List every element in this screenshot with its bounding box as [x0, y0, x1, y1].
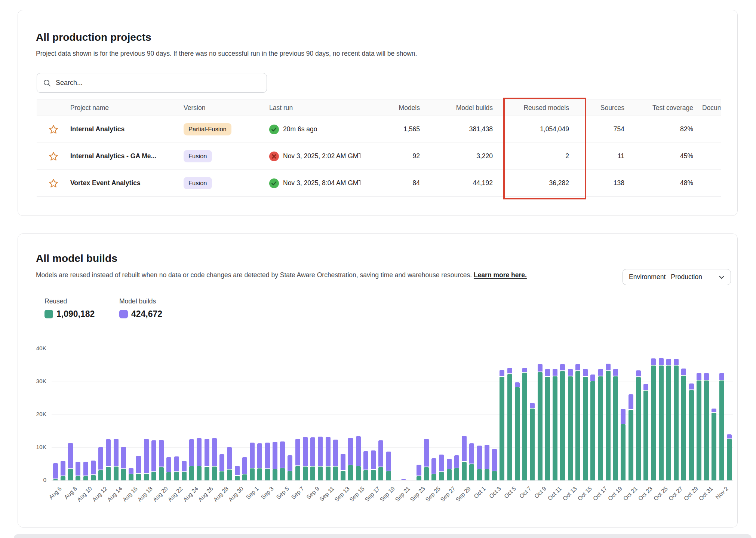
version-badge: Fusion	[184, 150, 212, 162]
bar-slot	[673, 349, 680, 480]
favorite-star-icon[interactable]	[47, 177, 60, 190]
models-count: 92	[378, 152, 420, 160]
x-axis-tick-label: Sep 7	[290, 485, 305, 501]
sources-count: 11	[569, 152, 624, 160]
x-axis-tick-label: Aug 18	[136, 485, 154, 503]
legend-model-builds: Model builds 424,672	[119, 297, 162, 319]
model-builds-card: All model builds Models are reused inste…	[18, 233, 738, 528]
bar-slot	[89, 349, 97, 480]
bar-slot	[551, 349, 559, 480]
x-axis-tick-label: Oct 7	[518, 485, 533, 500]
bar-slot	[226, 349, 233, 480]
projects-table: Project name Version Last run Models Mod…	[37, 100, 721, 197]
legend-reused: Reused 1,090,182	[44, 297, 95, 319]
bar-slot	[188, 349, 196, 480]
bar-slot	[498, 349, 506, 480]
bar-slot	[165, 349, 173, 480]
search-icon	[43, 79, 51, 87]
col-reused-models: Reused models	[493, 104, 569, 112]
x-axis-tick-label: Oct 15	[577, 485, 593, 502]
table-row[interactable]: Internal Analytics - GA Me...FusionNov 3…	[37, 143, 721, 170]
environment-value: Production	[671, 273, 702, 281]
x-axis-tick-label: Aug 28	[212, 485, 230, 503]
x-axis-tick-label: Oct 13	[561, 485, 578, 502]
bar-slot	[453, 349, 460, 480]
bar-slot	[347, 349, 354, 480]
favorite-star-icon[interactable]	[47, 123, 60, 136]
col-test-coverage: Test coverage	[624, 104, 693, 112]
x-axis-tick-label: Oct 19	[607, 485, 624, 502]
bar-slot	[597, 349, 604, 480]
bar-slot	[264, 349, 271, 480]
model-builds-count: 44,192	[420, 179, 493, 187]
bar-slot	[627, 349, 634, 480]
col-model-builds: Model builds	[420, 104, 493, 112]
models-count: 1,565	[378, 125, 420, 133]
x-axis-tick-label: Aug 10	[76, 485, 93, 503]
bar-slot	[142, 349, 150, 480]
bar-slot	[74, 349, 82, 480]
bar-slot	[392, 349, 400, 480]
environment-select[interactable]: Environment Production	[623, 269, 731, 285]
x-axis-tick-label: Oct 23	[637, 485, 654, 502]
y-axis-tick-label: 10K	[25, 444, 46, 450]
reused-models-count: 1,054,049	[493, 125, 569, 133]
bar-slot	[105, 349, 112, 480]
bar-slot	[718, 349, 725, 480]
x-axis-tick-label: Sep 29	[454, 485, 472, 503]
x-axis-tick-label: Sep 21	[394, 485, 411, 503]
bar-slot	[544, 349, 551, 480]
run-status-icon	[269, 152, 279, 161]
production-projects-card: All production projects Project data sho…	[18, 10, 738, 216]
bar-slot	[536, 349, 544, 480]
run-status-icon	[269, 178, 279, 188]
bar-slot	[120, 349, 127, 480]
x-axis-tick-label: Oct 31	[698, 485, 714, 502]
search-box	[37, 73, 267, 93]
x-axis-tick-label: Oct 27	[667, 485, 684, 502]
x-axis-tick-label: Aug 22	[166, 485, 184, 503]
col-version: Version	[184, 104, 269, 112]
projects-subtitle: Project data shown is for the previous 9…	[36, 50, 417, 58]
bar-slot	[400, 349, 408, 480]
bar-slot	[612, 349, 620, 480]
projects-title: All production projects	[36, 31, 151, 43]
bar-slot	[67, 349, 74, 480]
bar-slot	[695, 349, 703, 480]
col-last-run: Last run	[269, 104, 378, 112]
x-axis-tick-label: Aug 30	[227, 485, 245, 503]
reused-total: 1,090,182	[56, 309, 95, 319]
x-axis-tick-label: Sep 11	[318, 485, 336, 503]
table-row[interactable]: Internal AnalyticsPartial-Fusion20m 6s a…	[37, 116, 721, 143]
table-row[interactable]: Vortex Event AnalyticsFusionNov 3, 2025,…	[37, 170, 721, 197]
x-axis-tick-label: Sep 19	[379, 485, 396, 503]
project-name-link[interactable]: Vortex Event Analytics	[70, 179, 141, 187]
bar-slot	[309, 349, 317, 480]
model-builds-count: 381,438	[420, 125, 493, 133]
favorite-star-icon[interactable]	[47, 150, 60, 163]
x-axis-tick-label: Sep 15	[348, 485, 366, 503]
bar-slot	[52, 349, 59, 480]
bar-slot	[354, 349, 362, 480]
y-axis-tick-label: 40K	[25, 345, 46, 352]
x-axis-tick-label: Oct 21	[622, 485, 639, 502]
bar-slot	[317, 349, 324, 480]
builds-title: All model builds	[36, 253, 117, 265]
search-input[interactable]	[56, 79, 261, 87]
next-card-top-edge	[14, 534, 752, 538]
bar-slot	[127, 349, 135, 480]
bar-slot	[286, 349, 294, 480]
learn-more-link[interactable]: Learn more here.	[474, 271, 527, 279]
project-name-link[interactable]: Internal Analytics - GA Me...	[70, 152, 156, 160]
bar-slot	[680, 349, 688, 480]
bar-slot	[445, 349, 453, 480]
bar-slot	[665, 349, 672, 480]
bar-slot	[634, 349, 642, 480]
x-axis-tick-label: Sep 5	[275, 485, 290, 501]
bar-slot	[173, 349, 180, 480]
project-name-link[interactable]: Internal Analytics	[70, 125, 125, 133]
bar-slot	[362, 349, 369, 480]
bar-slot	[422, 349, 430, 480]
x-axis-tick-label: Nov 2	[714, 485, 729, 501]
x-axis-tick-label: Oct 3	[488, 485, 503, 500]
